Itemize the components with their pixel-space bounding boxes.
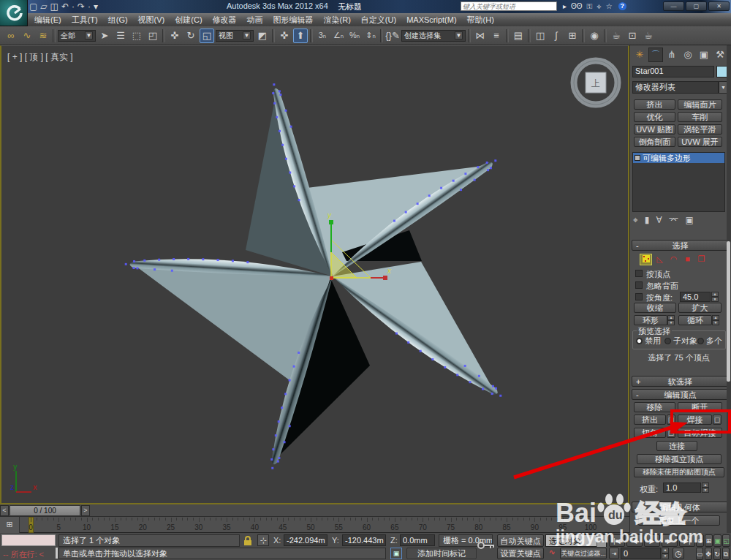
remove-modifier-icon[interactable]: ⌤	[669, 215, 679, 225]
star-object[interactable]: y x	[0, 0, 629, 504]
configure-modifier-icon[interactable]: ▣	[685, 215, 693, 225]
rollout-edit-geometry[interactable]: -编辑几何体	[632, 502, 729, 512]
modifier-button-0[interactable]: 挤出	[634, 99, 675, 110]
goto-end-button[interactable]: ▶|	[679, 534, 695, 547]
set-key-button[interactable]: 设置关键点	[497, 548, 544, 559]
rollout-edit-vertices[interactable]: -编辑顶点	[632, 389, 729, 400]
tab-modify[interactable]: ⌒	[648, 48, 663, 62]
tab-hierarchy[interactable]: ⋔	[664, 48, 679, 62]
frame-spinner[interactable]: ▲▼	[662, 548, 669, 559]
element-mode-icon[interactable]: ❒	[695, 254, 708, 265]
selection-lock-icon[interactable]	[243, 536, 254, 546]
shrink-button[interactable]: 收缩	[634, 303, 676, 313]
show-end-result-icon[interactable]: ▮	[645, 215, 650, 225]
chamfer-settings-button[interactable]: □	[667, 428, 675, 438]
vertex-mode-icon[interactable]	[640, 254, 652, 265]
curve-icon[interactable]: ∿	[545, 548, 558, 559]
preview-disable-radio[interactable]: 禁用	[636, 336, 661, 347]
preview-multi-radio[interactable]: 多个	[697, 336, 722, 347]
absolute-mode-icon[interactable]: ⊹	[257, 534, 269, 546]
preview-subobj-radio[interactable]: 子对象	[664, 336, 697, 347]
next-key-button[interactable]: >	[81, 505, 90, 516]
modifier-stack[interactable]: 可编辑多边形	[632, 152, 725, 212]
rollout-selection[interactable]: -选择	[632, 240, 729, 251]
time-config-button[interactable]: ◷	[673, 548, 684, 559]
goto-start-button[interactable]: |◀	[609, 534, 625, 547]
ring-spinner[interactable]: ▲▼	[667, 315, 675, 325]
stack-item-editable-poly[interactable]: 可编辑多边形	[633, 153, 724, 163]
auto-key-button[interactable]: 自动关键点	[497, 534, 544, 547]
remove-unused-button[interactable]: 移除未使用的贴图顶点	[634, 467, 724, 477]
x-coord-field[interactable]: -242.094m	[284, 534, 327, 546]
modifier-button-2[interactable]: 优化	[634, 112, 675, 122]
border-mode-icon[interactable]: ◠	[667, 254, 680, 265]
zoom-extents-icon[interactable]: ▣	[713, 534, 721, 547]
render-production-icon[interactable]: ☕	[641, 29, 656, 43]
minimize-button[interactable]: —	[663, 1, 684, 11]
maximize-viewport-icon[interactable]: ⧉	[722, 548, 730, 560]
prev-key-button[interactable]: <	[0, 505, 9, 516]
maximize-button[interactable]: ▢	[686, 1, 707, 11]
rollout-soft-selection[interactable]: +软选择	[632, 376, 729, 387]
fov-icon[interactable]: ▭	[696, 548, 703, 560]
open-minicurve-icon[interactable]: ⊞	[0, 517, 20, 533]
ring-button[interactable]: 环形	[634, 315, 667, 325]
extrude-settings-button[interactable]: □	[667, 415, 675, 425]
key-filter-selection-dropdown[interactable]: 选定对象▼	[545, 534, 607, 547]
weld-button[interactable]: 焊接	[678, 415, 712, 425]
remove-button[interactable]: 移除	[634, 402, 675, 412]
prev-frame-button[interactable]: ◀	[626, 534, 643, 547]
track-bar[interactable]: ⊞ 05101520253035404550556065707580859095…	[0, 517, 629, 533]
modifier-list-dropdown[interactable]: 修改器列表	[632, 81, 719, 94]
by-vertex-checkbox[interactable]	[635, 270, 643, 277]
loop-button[interactable]: 循环	[678, 315, 712, 325]
viewport-label[interactable]: [ + ] [ 顶 ] [ 真实 ]	[7, 51, 73, 64]
zoom-all-icon[interactable]: ⊞	[705, 534, 713, 547]
weld-settings-button[interactable]: □	[713, 415, 721, 425]
play-button[interactable]: ▶	[644, 534, 660, 547]
modifier-button-6[interactable]: 倒角剖面	[634, 137, 675, 147]
break-button[interactable]: 断开	[678, 402, 722, 412]
zoom-icon[interactable]: ⊕	[696, 534, 704, 547]
weight-field[interactable]: 1.0	[663, 483, 701, 493]
tab-utilities[interactable]: ⚒	[713, 48, 727, 62]
extrude-button[interactable]: 挤出	[634, 415, 666, 425]
edge-mode-icon[interactable]: ◺	[654, 254, 666, 265]
grow-button[interactable]: 扩大	[678, 303, 721, 313]
zoom-extents-all-icon[interactable]: ◱	[722, 534, 730, 547]
orbit-icon[interactable]: ↻	[713, 548, 721, 560]
modifier-button-4[interactable]: UVW 贴图	[634, 124, 675, 135]
target-weld-button[interactable]: 目标焊接	[678, 428, 722, 438]
tab-motion[interactable]: ◎	[681, 48, 695, 62]
panel-scrollbar[interactable]	[727, 45, 731, 533]
object-color-swatch[interactable]	[716, 66, 727, 77]
maxscript-mini-listener[interactable]	[1, 534, 56, 546]
object-name-field[interactable]: Star001	[632, 66, 714, 77]
pin-stack-icon[interactable]: ⌖	[633, 215, 638, 225]
weight-spinner[interactable]: ▲▼	[702, 483, 709, 493]
add-time-tag[interactable]: 添加时间标记	[406, 548, 477, 559]
loop-spinner[interactable]: ▲▼	[712, 315, 719, 325]
connect-button[interactable]: 连接	[656, 441, 697, 451]
app-logo[interactable]	[0, 0, 28, 26]
current-frame-field[interactable]: 0	[621, 548, 661, 559]
make-unique-icon[interactable]: ∀	[656, 215, 662, 225]
polygon-mode-icon[interactable]: ■	[681, 254, 694, 265]
isolate-toggle-icon[interactable]: ▣	[390, 548, 402, 559]
view-cube[interactable]: 上	[567, 53, 625, 112]
angle-value-field[interactable]: 45.0	[680, 292, 711, 302]
angle-spinner[interactable]: ▲▼	[711, 292, 719, 302]
y-coord-field[interactable]: -120.443m	[342, 534, 386, 546]
next-frame-button[interactable]: ▶	[662, 534, 678, 547]
time-slider-handle[interactable]: 0 / 100	[10, 505, 80, 516]
modifier-button-7[interactable]: UVW 展开	[678, 137, 722, 147]
remove-isolated-button[interactable]: 移除孤立顶点	[637, 454, 721, 464]
tab-display[interactable]: ▣	[697, 48, 711, 62]
key-filters-button[interactable]: 关键点过滤器...	[560, 548, 607, 559]
modifier-button-5[interactable]: 涡轮平滑	[678, 124, 722, 135]
z-coord-field[interactable]: 0.0mm	[400, 534, 435, 546]
pan-icon[interactable]: ✥	[705, 548, 712, 560]
key-mode-button[interactable]: ⇥	[609, 548, 619, 559]
listener-scrollbar[interactable]	[56, 548, 58, 559]
chamfer-button[interactable]: 切角	[634, 428, 666, 438]
